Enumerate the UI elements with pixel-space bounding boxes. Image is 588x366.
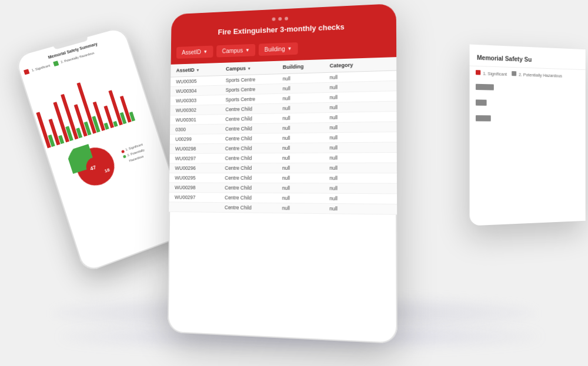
table-cell: null [282,115,329,121]
data-table: AssetID ▼ Campus ▼ Building Category WU0… [169,57,397,215]
table-cell: Centre Child [225,175,282,181]
table-cell: Centre Child [225,145,282,152]
tablet-device: Fire Extinguisher 3-monthly checks Asset… [168,4,397,344]
table-cell: null [329,155,378,161]
table-cell: WU00301 [176,116,226,123]
col-header-building: Building [283,63,330,70]
table-cell: null [330,103,378,110]
table-cell: Centre Child [225,204,282,211]
filter-assetid-label: AssetID [182,49,201,56]
table-row: WU00298Centre Childnullnull [170,142,397,154]
table-cell: Centre Child [225,155,282,161]
tablet-right-device: Memorial Safety Su 1. Significant 2. Pot… [470,45,586,226]
pie-dot-hazardous [123,155,126,159]
table-cell: Centre Child [225,106,282,113]
table-cell: WU00296 [175,165,225,171]
table-cell: Sports Centre [226,76,283,83]
table-cell: Centre Child [225,115,282,122]
table-cell: null [329,165,378,171]
filter-assetid-button[interactable]: AssetID ▼ [176,46,213,59]
dot-1 [272,18,276,21]
table-row: WU00295Centre Childnullnull [169,173,397,184]
tr-dot-significant [476,70,480,75]
col-header-category: Category [330,61,378,69]
table-cell: Centre Child [225,194,282,201]
table-cell: null [282,135,329,141]
tr-legend-significant: 1. Significant [476,70,507,76]
table-cell: null [330,93,378,100]
tablet-table-body: AssetID ▼ Campus ▼ Building Category WU0… [169,57,397,215]
legend-dot-significant [24,69,29,75]
table-cell: 0300 [175,126,225,133]
pie-legend: 1. Significant 2. Potentially Hazardous [121,142,147,166]
tr-dot-hazardous [512,71,516,76]
table-cell: WU00304 [176,87,226,94]
table-cell: null [282,195,330,202]
table-cell: Centre Child [225,165,282,171]
table-cell: null [329,134,378,140]
bar-red [36,112,51,148]
pie-dot-significant [121,150,125,153]
filter-campus-label: Campus [222,47,243,54]
dot-3 [285,17,288,21]
table-row: WU00296Centre Childnullnull [169,163,397,174]
table-row: Centre Childnullnull [169,202,397,214]
table-cell: Centre Child [225,135,282,142]
tr-bar-row-1 [476,84,580,92]
table-cell: null [283,85,330,92]
filter-building-label: Building [265,46,285,53]
table-cell: null [329,145,378,151]
tr-bar-2 [476,99,487,106]
pie-chart: 47 18 [66,137,125,197]
table-cell [175,204,225,210]
table-cell: WU00297 [175,194,225,200]
table-cell: Sports Centre [225,96,282,103]
table-cell: Sports Centre [226,86,283,93]
table-cell: null [282,205,330,211]
table-cell: WU00302 [176,106,226,113]
table-row: WU00297Centre Childnullnull [169,153,396,164]
tr-bar-row-3 [476,115,580,122]
tr-bar-3 [476,115,491,121]
table-cell: null [282,175,330,181]
table-cell: null [330,124,379,130]
filter-assetid-arrow: ▼ [203,49,208,55]
table-cell: null [329,175,378,181]
filter-campus-arrow: ▼ [245,48,250,53]
filter-building-arrow: ▼ [287,46,292,51]
table-cell: WU00298 [175,184,225,190]
table-cell: Centre Child [225,185,282,191]
table-cell: null [283,95,330,102]
table-cell: null [329,196,378,202]
table-cell: WU00295 [175,175,225,181]
tr-legend-hazardous: 2. Potentially Hazardous [512,71,562,78]
legend-dot-hazardous [53,61,59,66]
table-cell: null [282,145,329,151]
table-cell: U00299 [175,136,225,142]
table-cell: WU00305 [176,78,226,85]
table-cell: null [330,114,378,120]
col-header-assetid: AssetID ▼ [176,66,226,73]
table-cell: null [282,185,330,191]
tablet-right-chart [470,79,586,126]
col-header-campus: Campus ▼ [226,64,283,72]
table-cell: WU00297 [175,156,225,162]
table-cell: null [283,75,330,82]
table-cell: null [330,83,378,90]
table-cell: null [329,185,378,192]
tr-bar-row-2 [476,99,580,107]
table-cell: null [282,105,329,111]
table-cell: WU00303 [176,97,226,103]
dot-2 [278,17,282,21]
table-cell: null [282,125,329,131]
table-cell: null [329,206,378,212]
filter-campus-button[interactable]: Campus ▼ [216,44,255,58]
filter-building-button[interactable]: Building ▼ [259,42,298,56]
table-cell: null [282,155,329,161]
table-cell: WU00298 [175,146,225,152]
table-cell: null [330,73,378,80]
phone-device: Memorial Safety Summary 1. Significant 2… [14,26,191,273]
tr-bar-1 [476,84,494,90]
table-cell: Centre Child [225,125,282,132]
table-rows: WU00305Sports CentrenullnullWU00304Sport… [169,71,397,215]
